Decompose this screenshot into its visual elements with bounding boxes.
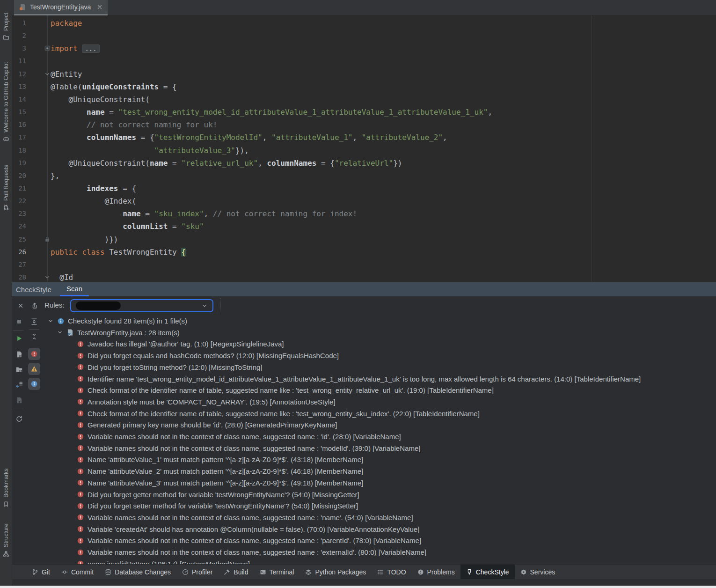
stripe-item-structure[interactable]: Structure — [0, 522, 12, 559]
checkstyle-item-row[interactable]: Variable names should not in the context… — [12, 535, 716, 546]
code-line-26[interactable]: 26public class TestWrongEntity { — [12, 246, 716, 259]
checkstyle-item-row[interactable]: Variable names should not in the context… — [12, 431, 716, 442]
tab-scan[interactable]: Scan — [60, 282, 89, 296]
checkstyle-item-row[interactable]: Name 'attributeValue_2' must match patte… — [12, 465, 716, 477]
fold-down-icon[interactable] — [44, 71, 50, 77]
error-circle-icon — [77, 479, 84, 486]
toolwindow-button-build[interactable]: Build — [218, 565, 254, 579]
copilot-icon — [3, 136, 9, 142]
checkstyle-item-row[interactable]: Did you forget getter method for variabl… — [12, 489, 716, 500]
code-line-17[interactable]: 17 columnNames = {"testWrongEntityModelI… — [12, 131, 716, 144]
checkstyle-item-row[interactable]: name invalidPattern (106:17) [CustomMeth… — [12, 558, 716, 564]
code-line-23[interactable]: 23 name = "sku_index", // not correct na… — [12, 207, 716, 220]
results-file-row[interactable]: TestWrongEntity.java : 28 item(s) — [12, 327, 716, 338]
checkstyle-item-row[interactable]: Did you forget toString method? (12:0) [… — [12, 361, 716, 373]
tree-item-text: Did you forget toString method? (12:0) [… — [88, 363, 263, 371]
toolwindow-button-commit[interactable]: Commit — [56, 565, 99, 579]
rules-combobox[interactable] — [70, 299, 213, 312]
code-editor[interactable]: 1package23import ...1112@Entity13@Table(… — [12, 15, 716, 282]
checkstyle-item-row[interactable]: Check format of the identifier name of t… — [12, 408, 716, 419]
toolwindow-title: CheckStyle — [14, 286, 53, 294]
code-line-2[interactable]: 2 — [12, 29, 716, 43]
chevron-down-tree-icon[interactable] — [57, 329, 63, 336]
toolwindow-button-profiler[interactable]: Profiler — [176, 565, 218, 579]
error-circle-icon — [77, 456, 84, 463]
editor-tab[interactable]: TestWrongEntity.java — [14, 0, 108, 15]
code-line-20[interactable]: 20}, — [12, 169, 716, 183]
toolwindow-button-label: Services — [530, 568, 555, 576]
checkstyle-item-row[interactable]: Name 'attributeValue_1' must match patte… — [12, 454, 716, 465]
chevron-down-tree-icon[interactable] — [47, 318, 54, 324]
code-line-13[interactable]: 13@Table(uniqueConstraints = { — [12, 81, 716, 94]
window-bottom-edge — [0, 586, 716, 588]
fold-plus-icon[interactable] — [44, 45, 50, 51]
checkstyle-item-row[interactable]: Check format of the identifier name of t… — [12, 384, 716, 396]
toolwindow-button-label: Python Packages — [315, 568, 366, 576]
toolwindow-button-database-changes[interactable]: Database Changes — [99, 565, 176, 579]
code-line-16[interactable]: 16 // not correct naming for uk! — [12, 118, 716, 132]
code-line-27[interactable]: 27 — [12, 258, 716, 272]
checkstyle-item-row[interactable]: Javadoc has illegal '@author' tag. (1:0)… — [12, 338, 716, 350]
code-line-14[interactable]: 14 @UniqueConstraint( — [12, 93, 716, 106]
fold-down-icon[interactable] — [44, 274, 50, 280]
code-line-11[interactable]: 11 — [12, 55, 716, 68]
error-circle-icon — [77, 352, 84, 360]
toolwindow-button-services[interactable]: Services — [515, 565, 561, 579]
toolwindow-button-python-packages[interactable]: Python Packages — [300, 565, 372, 579]
checkstyle-item-row[interactable]: Variable names should not in the context… — [12, 546, 716, 558]
results-root-row[interactable]: Checkstyle found 28 item(s) in 1 file(s) — [12, 315, 716, 327]
code-line-19[interactable]: 19 @UniqueConstraint(name = "relative_ur… — [12, 157, 716, 170]
tree-item-text: Checkstyle found 28 item(s) in 1 file(s) — [68, 317, 187, 325]
checkstyle-item-row[interactable]: Name 'attributeValue_3' must match patte… — [12, 477, 716, 489]
code-text: @Table(uniqueConstraints = { — [51, 81, 177, 93]
toolwindow-button-terminal[interactable]: Terminal — [254, 565, 300, 579]
stripe-item-label: Project — [3, 13, 9, 31]
checkstyle-item-row[interactable]: Variable names should not in the context… — [12, 442, 716, 454]
code-line-24[interactable]: 24 columnList = "sku" — [12, 220, 716, 233]
code-line-25[interactable]: 25 )}) — [12, 233, 716, 246]
checkstyle-item-row[interactable]: Identifier name 'test_wrong_entity_model… — [12, 373, 716, 385]
stripe-item-label: Pull Requests — [3, 165, 9, 201]
checkstyle-item-row[interactable]: Variable 'createdAt' should has annotati… — [12, 523, 716, 535]
toolwindow-button-todo[interactable]: TODO — [372, 565, 411, 579]
toolwindow-button-checkstyle[interactable]: CheckStyle — [460, 565, 515, 579]
error-circle-icon — [77, 549, 84, 556]
structure-icon — [3, 551, 9, 557]
code-line-1[interactable]: 1package — [12, 17, 716, 30]
stripe-item-project[interactable]: Project — [0, 11, 12, 42]
export-icon[interactable] — [30, 301, 39, 310]
tree-item-text: Did you forget getter method for variabl… — [88, 491, 359, 499]
stripe-item-pull-requests[interactable]: Pull Requests — [0, 163, 12, 212]
todo-list-icon — [377, 569, 384, 575]
stripe-item-welcome-to-github-copilot[interactable]: Welcome to GitHub Copilot — [0, 60, 12, 144]
checkstyle-toolbar: Rules: — [12, 296, 716, 315]
code-line-18[interactable]: 18 "attributeValue_3"}), — [12, 144, 716, 157]
checkstyle-item-row[interactable]: Variable names should not in the context… — [12, 512, 716, 523]
code-text: )}) — [51, 233, 118, 246]
error-circle-icon — [77, 375, 84, 382]
fold-up-icon[interactable] — [44, 236, 50, 242]
checkstyle-item-row[interactable]: Did you forget setter method for variabl… — [12, 500, 716, 512]
code-line-28[interactable]: 28 @Id — [12, 271, 716, 282]
checkstyle-item-row[interactable]: Annotation style must be 'COMPACT_NO_ARR… — [12, 396, 716, 408]
editor-tab-title: TestWrongEntity.java — [30, 3, 91, 11]
code-text: columnList = "sku" — [51, 220, 204, 233]
code-line-22[interactable]: 22 @Index( — [12, 195, 716, 208]
services-icon — [520, 569, 527, 575]
error-circle-icon — [77, 525, 84, 533]
toolwindow-button-git[interactable]: Git — [26, 565, 56, 579]
tree-item-text: Variable names should not in the context… — [88, 433, 401, 441]
code-line-15[interactable]: 15 name = "test_wrong_entity_model_id_at… — [12, 106, 716, 119]
code-line-12[interactable]: 12@Entity — [12, 68, 716, 81]
close-icon[interactable] — [16, 301, 25, 310]
checkstyle-item-row[interactable]: Did you forget equals and hashCode metho… — [12, 350, 716, 361]
editor-tab-bar: TestWrongEntity.java — [12, 0, 716, 15]
checkstyle-item-row[interactable]: Generated primary key name should be 'id… — [12, 419, 716, 431]
close-icon[interactable] — [96, 4, 103, 10]
toolwindow-button-problems[interactable]: Problems — [412, 565, 460, 579]
code-line-21[interactable]: 21 indexes = { — [12, 182, 716, 195]
stripe-item-bookmarks[interactable]: Bookmarks — [0, 467, 12, 509]
line-number: 24 — [12, 220, 26, 233]
rules-label: Rules: — [44, 301, 65, 309]
code-line-3[interactable]: 3import ... — [12, 42, 716, 55]
